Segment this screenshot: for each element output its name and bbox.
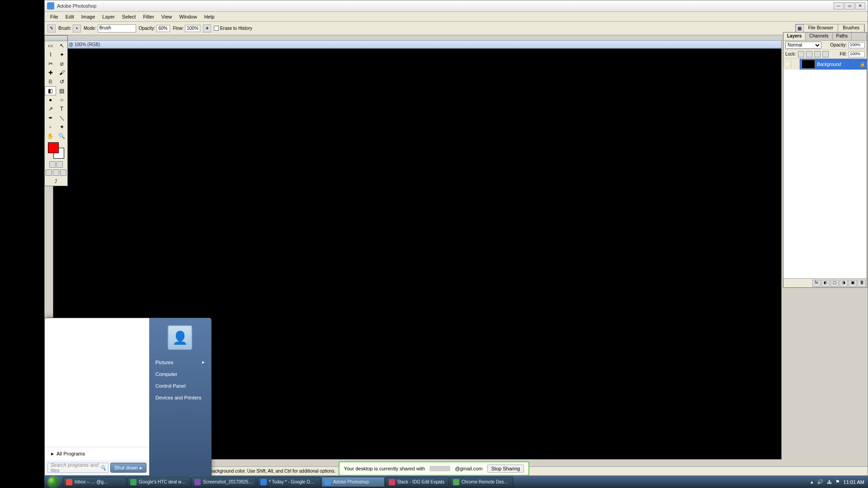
menu-view[interactable]: View: [158, 13, 176, 20]
shape-tool[interactable]: ＼: [56, 113, 67, 122]
slice-tool[interactable]: ⧄: [56, 59, 67, 68]
jump-to-imageready[interactable]: ⤴: [45, 177, 67, 186]
history-brush-tool[interactable]: ↺: [56, 77, 67, 86]
stop-sharing-button[interactable]: Stop Sharing: [487, 465, 524, 473]
mode-select[interactable]: Brush: [98, 24, 136, 33]
start-item-devices-printers[interactable]: Devices and Printers: [149, 392, 211, 404]
tab-layers[interactable]: Layers: [783, 33, 806, 40]
shutdown-button[interactable]: Shut down ▸: [110, 463, 146, 473]
tray-chevron-icon[interactable]: ▴: [811, 479, 813, 485]
quickmask-mode-button[interactable]: [57, 161, 63, 168]
menu-edit[interactable]: Edit: [62, 13, 78, 20]
taskbar-item-crd[interactable]: Chrome Remote Des…: [450, 477, 513, 487]
palette-well-icon[interactable]: ▦: [796, 24, 804, 33]
blur-tool[interactable]: ●: [45, 95, 56, 104]
lock-transparent-icon[interactable]: [798, 51, 804, 57]
menu-file[interactable]: File: [47, 13, 62, 20]
taskbar-item-inbox[interactable]: Inbox – … @g…: [63, 477, 126, 487]
link-cell[interactable]: [792, 59, 800, 70]
menu-select[interactable]: Select: [118, 13, 140, 20]
zoom-tool[interactable]: 🔍: [56, 131, 67, 141]
visibility-icon[interactable]: 👁: [783, 59, 792, 70]
search-input[interactable]: Search programs and files: [47, 463, 108, 473]
menu-window[interactable]: Window: [176, 13, 201, 20]
tab-paths[interactable]: Paths: [833, 33, 852, 40]
new-set-button[interactable]: ▢: [830, 280, 839, 287]
fill-label: Fill:: [840, 52, 847, 56]
start-item-computer[interactable]: Computer: [149, 368, 211, 380]
delete-layer-button[interactable]: 🗑: [858, 280, 866, 287]
screen-full-menu-button[interactable]: [53, 169, 59, 176]
notes-tool[interactable]: ▫: [45, 122, 56, 131]
screen-full-button[interactable]: [60, 169, 66, 176]
new-layer-button[interactable]: ▣: [849, 280, 857, 287]
document-title-bar[interactable]: tled-2 @ 100% (RGB): [53, 40, 782, 48]
minimize-button[interactable]: —: [834, 2, 844, 9]
app-icon: [325, 479, 331, 485]
opacity-label: Opacity:: [139, 26, 156, 31]
clock[interactable]: 11:01 AM: [844, 479, 864, 485]
eraser-tool[interactable]: ◧: [45, 86, 56, 95]
blend-mode-select[interactable]: Normal: [785, 42, 821, 49]
wand-tool[interactable]: ✦: [56, 50, 67, 59]
type-tool[interactable]: T: [56, 104, 67, 113]
screen-standard-button[interactable]: [46, 169, 52, 176]
path-tool[interactable]: ↗: [45, 104, 56, 113]
eyedropper-tool[interactable]: ⁕: [56, 122, 67, 131]
layer-opacity-field[interactable]: 100%: [849, 42, 865, 48]
layer-style-button[interactable]: fx: [812, 280, 821, 287]
tool-preset-icon[interactable]: ✎: [47, 24, 56, 33]
tray-volume-icon[interactable]: 🔊: [817, 479, 823, 485]
start-item-pictures[interactable]: Pictures▸: [149, 356, 211, 368]
dodge-tool[interactable]: ○: [56, 95, 67, 104]
tab-brushes[interactable]: Brushes: [838, 24, 864, 33]
tools-grip[interactable]: [45, 36, 67, 41]
foreground-color-swatch[interactable]: [48, 142, 59, 153]
layer-thumbnail[interactable]: [802, 60, 815, 69]
menu-filter[interactable]: Filter: [139, 13, 157, 20]
tab-channels[interactable]: Channels: [806, 33, 832, 40]
opacity-field[interactable]: 60%: [156, 25, 170, 32]
lock-all-icon[interactable]: [822, 51, 829, 57]
gradient-tool[interactable]: ▤: [56, 86, 67, 95]
taskbar-item-screenshot[interactable]: Screenshot_20170925…: [191, 477, 256, 487]
tab-file-browser[interactable]: File Browser: [804, 24, 839, 33]
stamp-tool[interactable]: ⎘: [45, 77, 56, 86]
menu-layer[interactable]: Layer: [99, 13, 118, 20]
lock-position-icon[interactable]: [814, 51, 821, 57]
brush-preset-picker[interactable]: •: [73, 24, 81, 33]
pen-tool[interactable]: ✒: [45, 113, 56, 122]
hand-tool[interactable]: ✋: [45, 131, 56, 141]
status-hint: background color. Use Shift, Alt, and Ct…: [210, 469, 335, 474]
fill-field[interactable]: 100%: [849, 51, 865, 57]
taskbar-item-photoshop[interactable]: Adobe Photoshop: [321, 477, 385, 487]
lock-pixels-icon[interactable]: [806, 51, 812, 57]
marquee-tool[interactable]: ▭: [45, 41, 56, 50]
tray-action-icon[interactable]: ⚑: [835, 479, 840, 485]
start-item-control-panel[interactable]: Control Panel: [149, 380, 211, 392]
heal-tool[interactable]: ✚: [45, 68, 56, 77]
brush-tool[interactable]: 🖌: [56, 68, 67, 77]
maximize-button[interactable]: ▭: [844, 2, 854, 9]
lasso-tool[interactable]: ⌇: [45, 50, 56, 59]
taskbar-item-gdocs[interactable]: * Today * - Google D…: [257, 477, 321, 487]
taskbar-item-chrome-htc[interactable]: Google's HTC deal w…: [127, 477, 190, 487]
layer-row-background[interactable]: 👁 Background 🔒: [783, 59, 867, 70]
start-button[interactable]: [44, 476, 62, 488]
flow-field[interactable]: 100%: [185, 25, 200, 32]
all-programs-button[interactable]: All Programs: [45, 447, 149, 460]
move-tool[interactable]: ↖: [56, 41, 67, 50]
menu-help[interactable]: Help: [201, 13, 218, 20]
crop-tool[interactable]: ✂: [45, 59, 56, 68]
airbrush-icon[interactable]: ✈: [203, 24, 211, 33]
user-avatar[interactable]: 👤: [168, 325, 192, 350]
taskbar-item-label: Inbox – … @g…: [75, 479, 108, 484]
standard-mode-button[interactable]: [49, 161, 56, 168]
layer-mask-button[interactable]: ◐: [821, 280, 830, 287]
tray-network-icon[interactable]: 🖧: [827, 479, 832, 485]
menu-image[interactable]: Image: [78, 13, 99, 20]
adjustment-layer-button[interactable]: ◑: [840, 280, 848, 287]
erase-history-checkbox[interactable]: [214, 26, 219, 31]
close-button[interactable]: ✕: [855, 2, 865, 9]
taskbar-item-slack[interactable]: Slack - IDG Edit Expats: [386, 477, 449, 487]
